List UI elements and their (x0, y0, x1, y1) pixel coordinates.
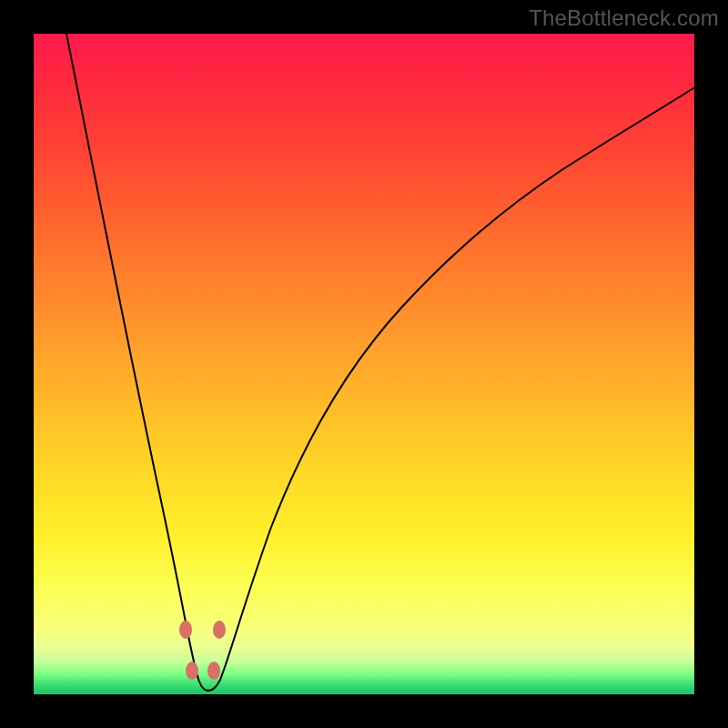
plot-area (34, 34, 694, 694)
outer-frame: TheBottleneck.com (0, 0, 728, 728)
marker-upper-right (213, 621, 226, 639)
marker-lower-left (186, 662, 198, 680)
marker-upper-left (179, 621, 192, 639)
marker-lower-right (207, 662, 220, 680)
curve-layer (34, 34, 694, 694)
bottleneck-curve (66, 34, 693, 691)
watermark-text: TheBottleneck.com (529, 5, 719, 31)
